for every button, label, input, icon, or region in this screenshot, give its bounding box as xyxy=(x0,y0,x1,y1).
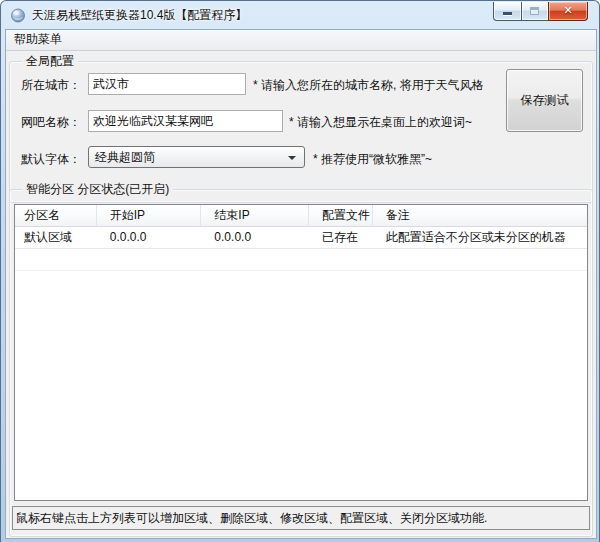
city-input[interactable] xyxy=(88,73,246,95)
window-controls: ✕ xyxy=(493,2,588,21)
cell-partition-name: 默认区域 xyxy=(15,227,97,248)
column-header-start-ip[interactable]: 开始IP xyxy=(97,205,202,226)
maximize-icon xyxy=(530,7,539,15)
global-config-legend: 全局配置 xyxy=(22,54,78,69)
partition-legend: 智能分区 分区状态(已开启) xyxy=(22,182,173,197)
minimize-icon xyxy=(503,12,512,15)
default-font-select[interactable]: 经典超圆简 xyxy=(88,146,305,168)
column-header-end-ip[interactable]: 结束IP xyxy=(201,205,309,226)
menu-item-help[interactable]: 帮助菜单 xyxy=(6,29,71,51)
cell-config-file: 已存在 xyxy=(309,227,373,248)
cafe-name-label: 网吧名称： xyxy=(21,114,81,131)
table-row[interactable]: 默认区域 0.0.0.0 0.0.0.0 已存在 此配置适合不分区或未分区的机器 xyxy=(15,227,587,249)
default-font-label: 默认字体： xyxy=(21,151,81,168)
cell-note: 此配置适合不分区或未分区的机器 xyxy=(373,227,587,248)
minimize-button[interactable] xyxy=(493,2,522,21)
city-hint: * 请输入您所在的城市名称, 将用于天气风格 xyxy=(253,77,484,94)
save-test-button[interactable]: 保存测试 xyxy=(506,69,583,132)
client-area: 帮助菜单 全局配置 所在城市： * 请输入您所在的城市名称, 将用于天气风格 网… xyxy=(5,29,597,539)
column-header-note[interactable]: 备注 xyxy=(373,205,587,226)
city-label: 所在城市： xyxy=(21,77,81,94)
dropdown-arrow-icon xyxy=(288,156,296,160)
close-button[interactable]: ✕ xyxy=(548,2,588,21)
maximize-button xyxy=(521,2,549,21)
menubar: 帮助菜单 xyxy=(6,30,596,51)
default-font-value: 经典超圆简 xyxy=(95,149,155,166)
window-title: 天涯易栈壁纸更换器10.4版【配置程序】 xyxy=(32,7,247,24)
column-header-config-file[interactable]: 配置文件 xyxy=(309,205,373,226)
empty-row-gridline xyxy=(15,249,587,271)
titlebar[interactable]: 天涯易栈壁纸更换器10.4版【配置程序】 ✕ xyxy=(1,1,599,29)
cell-end-ip: 0.0.0.0 xyxy=(201,227,309,248)
partition-listview[interactable]: 分区名 开始IP 结束IP 配置文件 备注 默认区域 0.0.0.0 0.0.0… xyxy=(14,204,588,501)
status-tip: 鼠标右键点击上方列表可以增加区域、删除区域、修改区域、配置区域、关闭分区域功能. xyxy=(12,506,590,530)
cafe-name-hint: * 请输入想显示在桌面上的欢迎词~ xyxy=(289,114,472,131)
default-font-hint: * 推荐使用“微软雅黑”~ xyxy=(313,151,432,168)
app-window: 天涯易栈壁纸更换器10.4版【配置程序】 ✕ 帮助菜单 全局配置 所在城市： *… xyxy=(0,0,600,542)
app-icon xyxy=(10,7,26,23)
close-icon: ✕ xyxy=(549,4,587,17)
cafe-name-input[interactable] xyxy=(88,110,283,132)
cell-start-ip: 0.0.0.0 xyxy=(97,227,202,248)
column-header-name[interactable]: 分区名 xyxy=(15,205,97,226)
listview-header: 分区名 开始IP 结束IP 配置文件 备注 xyxy=(15,205,587,227)
